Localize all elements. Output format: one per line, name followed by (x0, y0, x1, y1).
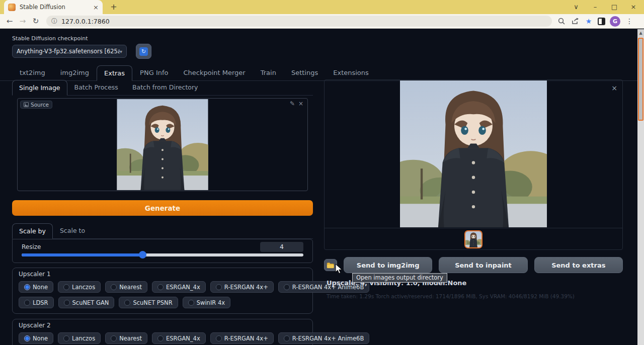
upscaler-2-label: Upscaler 2 (19, 322, 306, 329)
resize-slider[interactable] (22, 253, 303, 256)
radio-icon[interactable] (216, 335, 222, 341)
zoom-search-icon[interactable] (557, 17, 566, 26)
source-tab-batch-process[interactable]: Batch Process (67, 79, 125, 95)
radio-icon[interactable] (63, 284, 69, 290)
source-image-dropzone[interactable]: Source ✎ × (17, 98, 308, 191)
radio-icon[interactable] (24, 300, 30, 306)
upscaler-1-option-scunet-psnr[interactable]: ScuNET PSNR (119, 297, 178, 308)
menu-dots-icon[interactable]: ⋮ (625, 17, 634, 26)
reload-button[interactable]: ↻ (29, 17, 42, 26)
output-actions-row: Send to img2img Send to inpaint Send to … (324, 257, 623, 273)
upscaler-1-option-nearest[interactable]: Nearest (105, 281, 147, 293)
tab-img2img[interactable]: img2img (53, 65, 97, 80)
refresh-icon: ↻ (139, 47, 148, 56)
checkpoint-label: Stable Diffusion checkpoint (12, 35, 644, 42)
upscaler-1-option-lanczos[interactable]: Lanczos (58, 281, 101, 293)
upscaler-2-option-r-esrgan-4x-anime6b[interactable]: R-ESRGAN 4x+ Anime6B (278, 332, 370, 344)
side-panel-icon[interactable] (598, 18, 605, 25)
checkpoint-value: Anything-V3-fp32.safetensors [625a2ba2] (17, 48, 120, 55)
upscaler-1-option-ldsr[interactable]: LDSR (19, 297, 54, 308)
radio-icon[interactable] (188, 300, 194, 306)
send-to-img2img-button[interactable]: Send to img2img (344, 257, 432, 273)
clear-image-icon[interactable]: × (298, 100, 303, 107)
favicon-icon (8, 4, 16, 11)
resize-value-input[interactable]: 4 (260, 242, 303, 252)
source-tab-single-image[interactable]: Single Image (12, 80, 67, 96)
radio-icon[interactable] (24, 335, 30, 341)
option-label: Lanczos (72, 284, 95, 291)
site-info-icon[interactable]: ⓘ (51, 17, 57, 26)
generate-button[interactable]: Generate (12, 200, 313, 216)
radio-icon[interactable] (216, 284, 222, 290)
radio-icon[interactable] (24, 284, 30, 290)
tab-settings[interactable]: Settings (284, 65, 326, 80)
edit-image-icon[interactable]: ✎ (290, 100, 295, 107)
radio-icon[interactable] (157, 284, 164, 290)
scale-tab-scale-by[interactable]: Scale by (12, 223, 53, 239)
upscaler-1-options: NoneLanczosNearestESRGAN_4xR-ESRGAN 4x+R… (19, 281, 306, 308)
source-tab-batch-from-directory[interactable]: Batch from Directory (125, 79, 205, 95)
upscaler-2-option-none[interactable]: None (19, 332, 53, 344)
tab-png-info[interactable]: PNG Info (132, 65, 176, 80)
option-label: ScuNET PSNR (133, 299, 172, 306)
url-bar[interactable]: ⓘ 127.0.0.1:7860 (46, 16, 552, 27)
upscaler-1-option-esrgan-4x[interactable]: ESRGAN_4x (152, 281, 206, 293)
tab-close-icon[interactable]: × (93, 4, 99, 11)
extras-output-column: × Send to img2img Send to inpaint Send t… (324, 79, 623, 299)
profile-avatar[interactable]: G (610, 16, 620, 27)
upscaler-2-option-nearest[interactable]: Nearest (105, 332, 147, 344)
window-minimize-button[interactable]: – (589, 2, 602, 13)
upscaler-1-option-row: LDSRScuNET GANScuNET PSNRSwinIR 4x (19, 297, 306, 308)
tab-extensions[interactable]: Extensions (326, 65, 376, 80)
upscaler-1-option-r-esrgan-4x-[interactable]: R-ESRGAN 4x+ (210, 281, 274, 293)
browser-tab[interactable]: Stable Diffusion × (4, 0, 103, 14)
upscaler-2-options: NoneLanczosNearestESRGAN_4xR-ESRGAN 4x+R… (19, 332, 306, 345)
radio-icon[interactable] (63, 335, 69, 341)
forward-button[interactable]: → (16, 17, 29, 26)
slider-handle[interactable] (139, 251, 146, 258)
tab-extras[interactable]: Extras (97, 65, 132, 81)
gallery-close-icon[interactable]: × (611, 84, 617, 92)
resize-label: Resize (22, 243, 41, 250)
window-maximize-button[interactable]: □ (608, 2, 621, 13)
bookmark-star-icon[interactable]: ★ (584, 17, 593, 26)
option-label: Nearest (119, 335, 142, 342)
scale-tab-scale-to[interactable]: Scale to (53, 223, 92, 238)
radio-icon[interactable] (157, 335, 164, 341)
option-label: ScuNET GAN (72, 299, 109, 306)
browser-tab-strip: Stable Diffusion × + ∨ – □ × (0, 0, 644, 14)
result-gallery: × (324, 79, 623, 250)
page-scrollbar[interactable]: ▲ (637, 29, 644, 345)
upscaler-2-group: Upscaler 2 NoneLanczosNearestESRGAN_4xR-… (12, 319, 313, 345)
result-image[interactable] (400, 80, 547, 227)
tab-train[interactable]: Train (253, 65, 284, 80)
upscaler-2-option-lanczos[interactable]: Lanczos (58, 332, 101, 344)
tab-checkpoint-merger[interactable]: Checkpoint Merger (176, 65, 253, 80)
radio-icon[interactable] (124, 300, 130, 306)
radio-icon[interactable] (111, 284, 117, 290)
window-close-button[interactable]: × (627, 2, 640, 13)
scale-by-panel: Resize 4 (12, 239, 313, 263)
scrollbar-up-icon[interactable]: ▲ (637, 29, 644, 37)
gallery-thumbnail-selected[interactable] (464, 230, 482, 248)
radio-icon[interactable] (284, 335, 290, 341)
scrollbar-thumb[interactable] (638, 38, 643, 121)
checkpoint-dropdown[interactable]: Anything-V3-fp32.safetensors [625a2ba2] … (12, 45, 127, 58)
radio-icon[interactable] (64, 300, 70, 306)
share-icon[interactable] (571, 17, 580, 26)
stable-diffusion-app: Stable Diffusion checkpoint Anything-V3-… (0, 29, 644, 345)
upscaler-1-option-swinir-4x[interactable]: SwinIR 4x (183, 297, 230, 308)
refresh-checkpoints-button[interactable]: ↻ (136, 44, 151, 59)
tab-txt2img[interactable]: txt2img (12, 65, 53, 80)
send-to-extras-button[interactable]: Send to extras (534, 257, 623, 273)
upscaler-1-option-none[interactable]: None (19, 281, 53, 293)
radio-icon[interactable] (111, 335, 117, 341)
upscaler-2-option-esrgan-4x[interactable]: ESRGAN_4x (152, 332, 206, 344)
radio-icon[interactable] (284, 284, 290, 290)
new-tab-button[interactable]: + (109, 2, 119, 12)
upscaler-1-option-scunet-gan[interactable]: ScuNET GAN (58, 297, 115, 308)
back-button[interactable]: ← (3, 17, 16, 26)
upscaler-2-option-r-esrgan-4x-[interactable]: R-ESRGAN 4x+ (210, 332, 274, 344)
window-chevron-icon[interactable]: ∨ (570, 2, 583, 13)
send-to-inpaint-button[interactable]: Send to inpaint (439, 257, 527, 273)
